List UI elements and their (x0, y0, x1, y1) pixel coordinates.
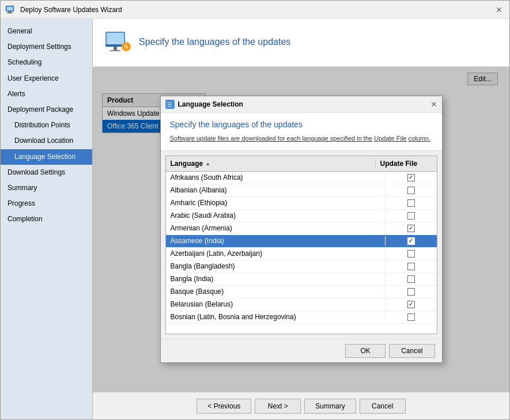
lang-name-7: Bangla (Bangladesh) (166, 261, 385, 271)
svg-rect-9 (110, 50, 120, 51)
modal-title-left: ☰ Language Selection (165, 100, 243, 109)
modal-ok-button[interactable]: OK (345, 344, 386, 358)
modal-desc-text: Software update files are downloaded for… (170, 135, 373, 142)
language-header-icon: ✎ (104, 28, 132, 56)
lang-row-3[interactable]: Arabic (Saudi Arabia) (166, 210, 437, 222)
lang-row-2[interactable]: Amharic (Ethiopia) (166, 197, 437, 210)
previous-button[interactable]: < Previous (197, 399, 251, 414)
sidebar-item-alerts[interactable]: Alerts (1, 86, 92, 102)
modal-cancel-button[interactable]: Cancel (389, 344, 435, 358)
col-language-header[interactable]: Language ▲ (166, 158, 375, 169)
lang-check-9[interactable] (385, 287, 437, 297)
title-bar-left: Deploy Software Updates Wizard (5, 5, 122, 15)
svg-rect-1 (7, 7, 13, 10)
svg-text:☰: ☰ (167, 102, 172, 108)
lang-check-1[interactable] (385, 186, 437, 195)
checkbox-7[interactable] (407, 263, 415, 270)
sidebar-item-download-settings[interactable]: Download Settings (1, 165, 92, 180)
lang-name-2: Amharic (Ethiopia) (166, 198, 385, 208)
lang-name-5: Assamese (India) (166, 236, 385, 246)
checkbox-6[interactable] (407, 250, 415, 258)
modal-header-title: Specify the languages of the updates (170, 120, 433, 129)
sidebar-item-summary[interactable]: Summary (1, 180, 92, 196)
modal-header: Specify the languages of the updates Sof… (161, 113, 442, 151)
lang-row-6[interactable]: Azerbaijani (Latin, Azerbaijan) (166, 248, 437, 260)
checkbox-2[interactable] (407, 199, 415, 207)
main-content: Edit... Product Windows Update Office 36… (93, 67, 509, 392)
lang-row-9[interactable]: Basque (Basque) (166, 286, 437, 298)
checkbox-9[interactable] (407, 288, 415, 296)
modal-title-text: Language Selection (178, 100, 243, 108)
lang-row-11[interactable]: Bosnian (Latin, Bosnia and Herzegovina) (166, 311, 437, 324)
lang-check-11[interactable] (385, 312, 437, 322)
checkbox-5[interactable] (407, 237, 415, 245)
scroll-placeholder (427, 158, 437, 169)
svg-rect-3 (7, 13, 13, 14)
lang-row-1[interactable]: Albanian (Albania) (166, 184, 437, 197)
modal-overlay: ☰ Language Selection ✕ Specify the langu… (93, 67, 509, 392)
lang-name-4: Armenian (Armenia) (166, 223, 385, 233)
modal-title-bar: ☰ Language Selection ✕ (161, 96, 442, 113)
lang-name-11: Bosnian (Latin, Bosnia and Herzegovina) (166, 312, 385, 322)
modal-header-desc: Software update files are downloaded for… (170, 134, 433, 143)
lang-row-5[interactable]: Assamese (India) (166, 235, 437, 248)
modal-body: Language ▲ Update File Afrikaans (South … (161, 151, 442, 339)
sidebar-item-distribution-points[interactable]: Distribution Points (1, 118, 92, 133)
window-close-button[interactable]: ✕ (493, 4, 505, 16)
lang-name-8: Bangla (India) (166, 274, 385, 284)
lang-check-0[interactable] (385, 173, 437, 183)
svg-rect-6 (107, 33, 124, 46)
summary-button[interactable]: Summary (304, 399, 356, 414)
svg-rect-8 (114, 47, 117, 50)
lang-row-0[interactable]: Afrikaans (South Africa) (166, 172, 437, 184)
checkbox-3[interactable] (407, 212, 415, 220)
lang-check-4[interactable] (385, 224, 437, 233)
sidebar-item-user-experience[interactable]: User Experience (1, 71, 92, 86)
sidebar-item-download-location[interactable]: Download Location (1, 133, 92, 149)
language-selection-modal: ☰ Language Selection ✕ Specify the langu… (160, 96, 443, 363)
checkbox-8[interactable] (407, 275, 415, 283)
lang-check-5[interactable] (385, 236, 437, 246)
lang-check-10[interactable] (385, 300, 437, 309)
lang-row-8[interactable]: Bangla (India) (166, 273, 437, 286)
lang-name-10: Belarusian (Belarus) (166, 299, 385, 309)
sidebar-item-scheduling[interactable]: Scheduling (1, 55, 92, 70)
checkbox-0[interactable] (407, 174, 415, 181)
lang-row-7[interactable]: Bangla (Bangladesh) (166, 260, 437, 273)
lang-check-3[interactable] (385, 211, 437, 221)
checkbox-1[interactable] (407, 187, 415, 194)
modal-desc-end: column. (409, 135, 431, 142)
lang-row-4[interactable]: Armenian (Armenia) (166, 222, 437, 235)
lang-name-0: Afrikaans (South Africa) (166, 172, 385, 183)
lang-row-10[interactable]: Belarusian (Belarus) (166, 298, 437, 311)
sidebar-item-deployment-settings[interactable]: Deployment Settings (1, 39, 92, 55)
svg-marker-4 (11, 5, 13, 6)
col-update-file-header[interactable]: Update File (375, 158, 427, 169)
sidebar-item-general[interactable]: General (1, 24, 92, 39)
lang-table-header: Language ▲ Update File (166, 156, 437, 172)
svg-rect-2 (8, 12, 12, 13)
checkbox-4[interactable] (407, 225, 415, 232)
sidebar-item-completion[interactable]: Completion (1, 211, 92, 227)
lang-check-8[interactable] (385, 274, 437, 284)
lang-name-6: Azerbaijani (Latin, Azerbaijan) (166, 248, 385, 259)
lang-name-3: Arabic (Saudi Arabia) (166, 210, 385, 221)
lang-table-body[interactable]: Afrikaans (South Africa) Albanian (Alban… (166, 172, 437, 334)
lang-check-6[interactable] (385, 249, 437, 259)
svg-text:✎: ✎ (124, 44, 129, 50)
wizard-icon (5, 5, 16, 15)
sidebar-item-deployment-package[interactable]: Deployment Package (1, 102, 92, 118)
lang-name-1: Albanian (Albania) (166, 185, 385, 195)
cancel-button[interactable]: Cancel (360, 399, 406, 414)
modal-icon: ☰ (166, 100, 174, 108)
main-page-title: Specify the languages of the updates (139, 37, 290, 47)
lang-check-7[interactable] (385, 262, 437, 271)
checkbox-11[interactable] (407, 313, 415, 321)
checkbox-10[interactable] (407, 301, 415, 308)
lang-check-2[interactable] (385, 198, 437, 208)
modal-close-button[interactable]: ✕ (430, 100, 437, 109)
main-area: ✎ Specify the languages of the updates E… (93, 19, 509, 419)
next-button[interactable]: Next > (255, 399, 301, 414)
sidebar-item-progress[interactable]: Progress (1, 196, 92, 211)
sidebar-item-language-selection[interactable]: Language Selection (1, 149, 92, 165)
